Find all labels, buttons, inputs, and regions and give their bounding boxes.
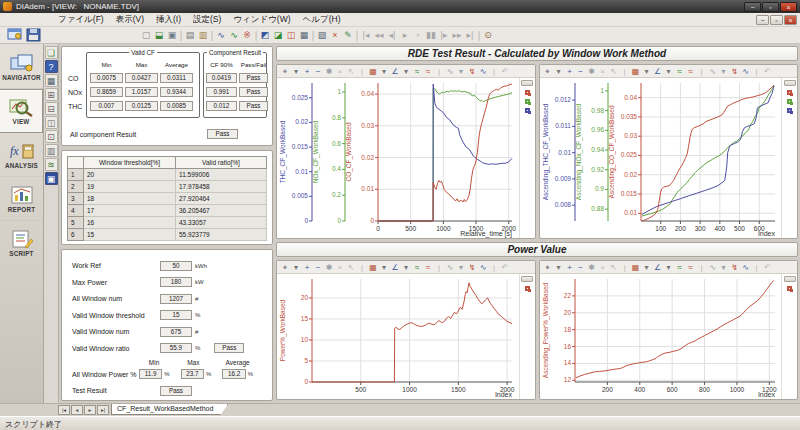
script-sheet-icon[interactable]: ≋ <box>45 158 58 171</box>
desktop-layout-icon[interactable] <box>7 28 23 42</box>
curve-tool-icon[interactable]: ∿ <box>215 29 227 42</box>
cursor-mode-icon[interactable]: ⌖ <box>280 66 290 77</box>
zoom-in-icon[interactable]: + <box>302 66 312 77</box>
open-file-icon[interactable]: ⬓ <box>153 29 165 42</box>
scale-dropdown-icon[interactable]: ▾ <box>664 66 674 77</box>
mdi-minimize-button[interactable]: − <box>756 15 769 25</box>
band-cursor-icon[interactable]: ∿ <box>708 262 718 273</box>
tab-first-button[interactable]: |◂ <box>58 405 70 415</box>
cursor-dropdown-icon[interactable]: ▾ <box>554 66 564 77</box>
legend-swatch[interactable] <box>787 90 792 95</box>
axes-tool-icon[interactable]: ◩ <box>259 29 271 42</box>
table-row[interactable]: 12011.599006 <box>68 169 267 181</box>
layout-mixed-icon[interactable]: ▥ <box>45 144 58 157</box>
tab-next-button[interactable]: ▸ <box>84 405 96 415</box>
legend-swatch[interactable] <box>787 108 792 113</box>
cursor-dropdown-icon[interactable]: ▾ <box>291 66 301 77</box>
zoom-y-icon[interactable]: ≈ <box>686 262 696 273</box>
scale-dropdown-icon[interactable]: ▾ <box>664 262 674 273</box>
zoom-out-icon[interactable]: − <box>313 262 323 273</box>
player-play-icon[interactable]: ▸ <box>399 29 411 42</box>
zoom-y-icon[interactable]: ≈ <box>686 66 696 77</box>
minimize-button[interactable]: − <box>744 2 761 12</box>
sidebar-item-navigator[interactable]: NAVIGATOR <box>0 45 43 89</box>
band-cursor-icon[interactable]: ∿ <box>445 66 455 77</box>
work-ref-field[interactable]: 50 <box>160 261 192 271</box>
zoom-out-icon[interactable]: − <box>313 66 323 77</box>
legend-swatch[interactable] <box>787 286 792 291</box>
flag-cursor-icon[interactable]: ↯ <box>730 262 740 273</box>
menu-help[interactable]: ヘルプ(H) <box>297 14 347 26</box>
zoom-x-icon[interactable]: ≈ <box>675 66 685 77</box>
chart-side-button[interactable] <box>784 276 796 282</box>
axes-tool2-icon[interactable]: ◪ <box>272 29 284 42</box>
flag-cursor-icon[interactable]: ↯ <box>467 262 477 273</box>
scale-mode-icon[interactable]: ∠ <box>653 262 663 273</box>
book-icon[interactable]: ▥ <box>197 29 209 42</box>
menu-window[interactable]: ウィンドウ(W) <box>227 14 296 26</box>
cursor-dropdown-icon[interactable]: ▾ <box>554 262 564 273</box>
sidebar-item-analysis[interactable]: fx ANALYSIS <box>0 133 43 177</box>
layout-rows-icon[interactable]: ⊟ <box>45 102 58 115</box>
curve-tool3-icon[interactable]: ※ <box>241 29 253 42</box>
menu-settings[interactable]: 設定(S) <box>187 14 227 26</box>
band-cursor-icon[interactable]: ∿ <box>708 66 718 77</box>
scale-mode-icon[interactable]: ∠ <box>653 66 663 77</box>
delete-icon[interactable]: × <box>598 66 608 77</box>
band-cursor-icon[interactable]: ∿ <box>445 262 455 273</box>
mdi-restore-button[interactable]: ▫ <box>770 15 783 25</box>
zoom-y-icon[interactable]: ≈ <box>423 66 433 77</box>
chart-canvas-ascending-power[interactable]: 121416182022Ascending_Power%_WorkBased20… <box>540 274 782 399</box>
save-layout-icon[interactable] <box>26 28 42 42</box>
zoom-x-icon[interactable]: ≈ <box>675 262 685 273</box>
chart-type-icon[interactable]: ▦ <box>631 66 641 77</box>
restore-button[interactable]: ▫ <box>762 2 779 12</box>
player-rewind-icon[interactable]: ◂◂ <box>373 29 385 42</box>
cursor-mode-icon[interactable]: ⌖ <box>543 262 553 273</box>
print-icon[interactable]: ▤ <box>184 29 196 42</box>
delete-icon[interactable]: × <box>335 262 345 273</box>
table-row[interactable]: 31827.920464 <box>68 193 267 205</box>
menu-insert[interactable]: 挿入(I) <box>150 14 187 26</box>
menu-file[interactable]: ファイル(F) <box>52 14 110 26</box>
cursor-mode-icon[interactable]: ⌖ <box>280 262 290 273</box>
settings-icon[interactable]: ✱ <box>587 262 597 273</box>
scale-dropdown-icon[interactable]: ▾ <box>401 262 411 273</box>
player-stepback-icon[interactable]: ◂| <box>386 29 398 42</box>
chart-side-button[interactable] <box>521 80 533 86</box>
channel-grid-icon[interactable]: ▦ <box>45 74 58 87</box>
menu-view[interactable]: 表示(V) <box>110 14 150 26</box>
zoom-out-icon[interactable]: − <box>576 262 586 273</box>
chart-side-button[interactable] <box>784 80 796 86</box>
band-dropdown-icon[interactable]: ▾ <box>456 262 466 273</box>
player-pause-icon[interactable]: ▮▮ <box>425 29 437 42</box>
spline-icon[interactable]: ∿ <box>741 262 751 273</box>
table-row[interactable]: 21917.978458 <box>68 181 267 193</box>
band-dropdown-icon[interactable]: ▾ <box>456 66 466 77</box>
spline-icon[interactable]: ∿ <box>741 66 751 77</box>
zoom-x-icon[interactable]: ≈ <box>412 262 422 273</box>
active-sheet-icon[interactable]: ▣ <box>45 172 58 185</box>
layout-single-icon[interactable]: ⊡ <box>45 130 58 143</box>
scale-mode-icon[interactable]: ∠ <box>390 262 400 273</box>
legend-swatch[interactable] <box>525 286 530 291</box>
delete-tool-icon[interactable]: × <box>329 29 341 42</box>
undo-zoom-icon[interactable]: ↶ <box>763 66 773 77</box>
table-row[interactable]: 61555.923779 <box>68 229 267 241</box>
sidebar-item-script[interactable]: SCRIPT <box>0 221 43 265</box>
undo-zoom-icon[interactable]: ↶ <box>763 262 773 273</box>
legend-swatch[interactable] <box>787 99 792 104</box>
help-sheet-icon[interactable]: ? <box>45 60 58 73</box>
scale-mode-icon[interactable]: ∠ <box>390 66 400 77</box>
grid-view-icon[interactable]: ▧ <box>316 29 328 42</box>
curve-tool2-icon[interactable]: ∿ <box>228 29 240 42</box>
sheet-tab[interactable]: CF_Result_WorkBasedMethod <box>111 404 228 415</box>
new-file-icon[interactable]: ▢ <box>140 29 152 42</box>
player-stop-icon[interactable]: ▫ <box>412 29 424 42</box>
delete-icon[interactable]: × <box>335 66 345 77</box>
table-view-icon[interactable]: ▦ <box>298 29 310 42</box>
legend-swatch[interactable] <box>525 99 530 104</box>
player-end-icon[interactable]: ▸| <box>464 29 476 42</box>
band-dropdown-icon[interactable]: ▾ <box>719 262 729 273</box>
player-forward-icon[interactable]: ▸▸ <box>451 29 463 42</box>
